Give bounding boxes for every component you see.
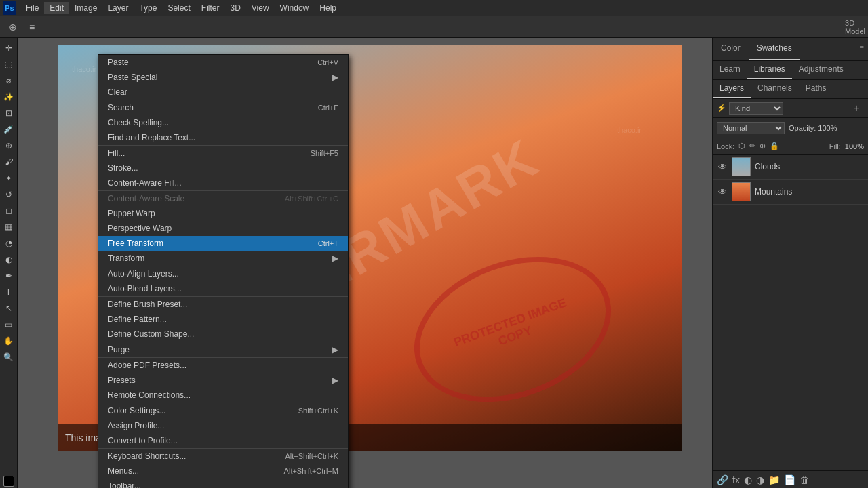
layer-clouds-visibility-icon[interactable]: 👁 bbox=[717, 161, 728, 172]
check-spelling-item[interactable]: Check Spelling... bbox=[98, 115, 348, 130]
stroke-item[interactable]: Stroke... bbox=[98, 161, 348, 176]
options-bar: ⊕ ≡ 3D Model bbox=[0, 16, 868, 38]
pen-tool[interactable]: ✒ bbox=[1, 268, 16, 283]
menu-select[interactable]: Select bbox=[162, 2, 195, 14]
add-adjustment-btn[interactable]: ◑ bbox=[756, 474, 764, 485]
menu-type[interactable]: Type bbox=[134, 2, 162, 14]
history-brush-tool[interactable]: ↺ bbox=[1, 187, 16, 202]
zoom-tool[interactable]: 🔍 bbox=[1, 350, 16, 365]
lock-all-icon[interactable]: 🔒 bbox=[770, 142, 779, 150]
edit-section-align: Auto-Align Layers... Auto-Blend Layers..… bbox=[98, 266, 348, 297]
crop-tool[interactable]: ⊡ bbox=[1, 106, 16, 121]
kind-filter-select[interactable]: Kind bbox=[729, 102, 783, 115]
purge-item[interactable]: Purge ▶ bbox=[98, 342, 348, 357]
content-aware-scale-item: Content-Aware Scale Alt+Shift+Ctrl+C bbox=[98, 191, 348, 206]
blur-tool[interactable]: ◔ bbox=[1, 236, 16, 251]
tab-layers[interactable]: Layers bbox=[713, 80, 751, 98]
blend-mode-select[interactable]: Normal bbox=[717, 122, 785, 134]
auto-blend-item[interactable]: Auto-Blend Layers... bbox=[98, 281, 348, 296]
move-tool[interactable]: ✛ bbox=[1, 41, 16, 56]
selection-tool[interactable]: ⬚ bbox=[1, 57, 16, 72]
foreground-color[interactable] bbox=[3, 476, 14, 487]
panel-collapse-btn[interactable]: ≡ bbox=[856, 38, 868, 60]
path-selection-tool[interactable]: ↖ bbox=[1, 301, 16, 316]
tab-channels[interactable]: Channels bbox=[751, 80, 799, 98]
define-brush-item[interactable]: Define Brush Preset... bbox=[98, 297, 348, 312]
menu-image[interactable]: Image bbox=[69, 2, 102, 14]
define-pattern-item[interactable]: Define Pattern... bbox=[98, 312, 348, 327]
gradient-tool[interactable]: ▦ bbox=[1, 220, 16, 235]
edit-section-define: Define Brush Preset... Define Pattern...… bbox=[98, 297, 348, 342]
opacity-value[interactable]: 100% bbox=[818, 124, 837, 132]
menu-3d[interactable]: 3D bbox=[224, 2, 245, 14]
edit-section-color: Color Settings... Shift+Ctrl+K Assign Pr… bbox=[98, 403, 348, 449]
lock-position-icon[interactable]: ⊕ bbox=[760, 142, 766, 150]
fill-item[interactable]: Fill... Shift+F5 bbox=[98, 146, 348, 161]
menu-filter[interactable]: Filter bbox=[196, 2, 225, 14]
hand-tool[interactable]: ✋ bbox=[1, 333, 16, 348]
define-shape-item[interactable]: Define Custom Shape... bbox=[98, 327, 348, 342]
lock-pixels-icon[interactable]: ✏ bbox=[749, 142, 755, 150]
new-layer-bottom-btn[interactable]: 📄 bbox=[784, 474, 795, 485]
link-layers-btn[interactable]: 🔗 bbox=[717, 474, 728, 485]
brush-tool[interactable]: 🖌 bbox=[1, 155, 16, 169]
transform-item[interactable]: Transform ▶ bbox=[98, 251, 348, 266]
layer-mountains-visibility-icon[interactable]: 👁 bbox=[717, 186, 728, 197]
menus-item[interactable]: Menus... Alt+Shift+Ctrl+M bbox=[98, 464, 348, 479]
watermark-site: thaco.ir bbox=[72, 65, 96, 73]
3d-mode-button[interactable]: 3D Model bbox=[848, 20, 863, 35]
menu-help[interactable]: Help bbox=[314, 2, 342, 14]
search-item[interactable]: Search Ctrl+F bbox=[98, 100, 348, 115]
assign-profile-item[interactable]: Assign Profile... bbox=[98, 418, 348, 433]
dodge-tool[interactable]: ◐ bbox=[1, 252, 16, 267]
puppet-warp-item[interactable]: Puppet Warp bbox=[98, 206, 348, 221]
tab-swatches[interactable]: Swatches bbox=[749, 38, 800, 60]
layer-mountains[interactable]: 👁 Mountains bbox=[713, 180, 868, 205]
delete-layer-btn[interactable]: 🗑 bbox=[800, 474, 809, 485]
align-options: ≡ bbox=[24, 20, 39, 35]
menu-view[interactable]: View bbox=[246, 2, 275, 14]
layer-clouds[interactable]: 👁 Clouds bbox=[713, 155, 868, 180]
new-layer-btn[interactable]: + bbox=[849, 101, 864, 116]
magic-wand-tool[interactable]: ✨ bbox=[1, 89, 16, 104]
find-replace-item[interactable]: Find and Replace Text... bbox=[98, 130, 348, 145]
tab-learn[interactable]: Learn bbox=[713, 61, 747, 79]
lasso-tool[interactable]: ⌀ bbox=[1, 73, 16, 88]
healing-brush-tool[interactable]: ⊕ bbox=[1, 138, 16, 153]
toolbar-item[interactable]: Toolbar... bbox=[98, 479, 348, 488]
main-layout: ✛ ⬚ ⌀ ✨ ⊡ 💉 ⊕ 🖌 ✦ ↺ ◻ ▦ ◔ ◐ ✒ T ↖ ▭ ✋ 🔍 … bbox=[0, 38, 868, 488]
fill-label: Fill: bbox=[829, 142, 841, 150]
fill-value[interactable]: 100% bbox=[845, 142, 864, 150]
eraser-tool[interactable]: ◻ bbox=[1, 203, 16, 218]
new-group-btn[interactable]: 📁 bbox=[768, 474, 780, 485]
pdf-presets-item[interactable]: Adobe PDF Presets... bbox=[98, 358, 348, 373]
free-transform-item[interactable]: Free Transform Ctrl+T bbox=[98, 236, 348, 251]
clear-item[interactable]: Clear bbox=[98, 85, 348, 100]
edit-section-fill: Fill... Shift+F5 Stroke... Content-Aware… bbox=[98, 146, 348, 191]
add-style-btn[interactable]: fx bbox=[732, 474, 740, 485]
shape-tool[interactable]: ▭ bbox=[1, 317, 16, 332]
presets-item[interactable]: Presets ▶ bbox=[98, 373, 348, 388]
type-tool[interactable]: T bbox=[1, 285, 16, 300]
remote-connections-item[interactable]: Remote Connections... bbox=[98, 388, 348, 403]
auto-align-item[interactable]: Auto-Align Layers... bbox=[98, 266, 348, 281]
menu-layer[interactable]: Layer bbox=[102, 2, 134, 14]
menu-window[interactable]: Window bbox=[275, 2, 315, 14]
tab-paths[interactable]: Paths bbox=[799, 80, 833, 98]
lock-transparent-icon[interactable]: ⬡ bbox=[738, 142, 745, 150]
paste-special-item[interactable]: Paste Special ▶ bbox=[98, 70, 348, 85]
convert-profile-item[interactable]: Convert to Profile... bbox=[98, 433, 348, 448]
perspective-warp-item[interactable]: Perspective Warp bbox=[98, 221, 348, 236]
add-mask-btn[interactable]: ◐ bbox=[744, 474, 752, 485]
tab-adjustments[interactable]: Adjustments bbox=[792, 61, 850, 79]
menu-edit[interactable]: Edit bbox=[44, 2, 69, 14]
menu-file[interactable]: File bbox=[20, 2, 44, 14]
paste-item[interactable]: Paste Ctrl+V bbox=[98, 55, 348, 70]
tab-color[interactable]: Color bbox=[713, 38, 749, 60]
eyedropper-tool[interactable]: 💉 bbox=[1, 122, 16, 137]
color-settings-item[interactable]: Color Settings... Shift+Ctrl+K bbox=[98, 403, 348, 418]
tab-libraries[interactable]: Libraries bbox=[747, 61, 792, 79]
content-aware-fill-item[interactable]: Content-Aware Fill... bbox=[98, 176, 348, 190]
clone-stamp-tool[interactable]: ✦ bbox=[1, 171, 16, 186]
keyboard-shortcuts-item[interactable]: Keyboard Shortcuts... Alt+Shift+Ctrl+K bbox=[98, 449, 348, 464]
